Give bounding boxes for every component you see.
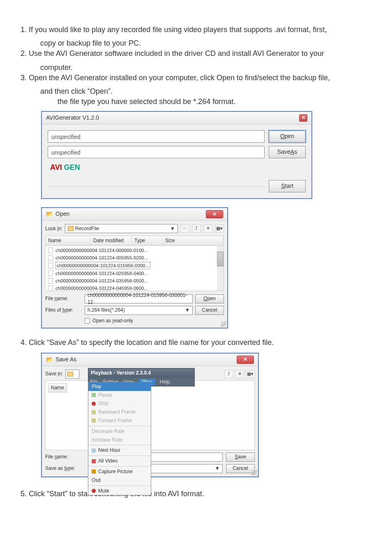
saveas-dialog-icon: 📂	[46, 356, 53, 364]
save-button[interactable]: Save	[226, 453, 255, 462]
dropdown-item-backframe: Backward Frame	[88, 408, 151, 416]
capture-icon	[92, 469, 96, 474]
open-dialog: 📂 Open ✕ Look in: RecordFile ▼ ← ⤴ ✳ ▦▾ …	[41, 207, 228, 328]
avigenerator-window: AVIGenerator V1.2.0 ✕ unspecified Open u…	[41, 111, 312, 199]
start-button[interactable]: Start	[269, 180, 306, 192]
open-dialog-titlebar: 📂 Open ✕	[42, 208, 227, 221]
filename-label: File name:	[45, 295, 82, 302]
resize-grip[interactable]	[221, 321, 226, 327]
file-icon	[48, 263, 53, 268]
dropdown-item-pause: Pause	[88, 391, 151, 400]
saveas-dialog-title: Save As	[55, 356, 76, 364]
pause-icon	[92, 393, 96, 397]
savein-label: Save in:	[45, 370, 63, 377]
cancel-button[interactable]: Cancel	[195, 306, 224, 315]
open-dialog-title: Open	[55, 210, 69, 218]
avigenerator-title: AVIGenerator V1.2.0	[46, 114, 99, 122]
instruction-step3c: the file type you have selected should b…	[58, 97, 371, 107]
cancel-button[interactable]: Cancel	[226, 464, 255, 473]
dropdown-item-allvideo[interactable]: All Video	[88, 457, 151, 465]
open-dialog-icon: 📂	[46, 210, 53, 218]
open-button[interactable]: Open	[195, 294, 224, 303]
close-icon[interactable]: ✕	[299, 114, 307, 122]
readonly-checkbox-row[interactable]: Open as read-only	[85, 317, 193, 324]
views-icon[interactable]: ▦▾	[246, 370, 255, 378]
instruction-step1: 1. If you would like to play any recorde…	[21, 25, 371, 35]
lookin-label: Look in:	[45, 225, 62, 232]
up-icon[interactable]: ⤴	[192, 224, 201, 233]
instruction-step1b: copy or backup file to your PC.	[40, 38, 371, 49]
instruction-step2: 2. Use the AVI Generator software includ…	[21, 49, 371, 59]
instruction-step2b: computer.	[40, 62, 371, 73]
savein-select[interactable]	[65, 370, 79, 379]
filetype-select[interactable]: h.264 files(*.264)▼	[85, 306, 193, 315]
instruction-step5: 5. Click “Start” to start converting the…	[21, 489, 371, 499]
forward-frame-icon	[92, 419, 96, 423]
dropdown-item-fwdframe: Forward Frame	[88, 416, 151, 425]
saveas-button[interactable]: Save As	[269, 146, 306, 158]
stop-icon	[92, 402, 96, 406]
dropdown-item-stop: Stop	[88, 399, 151, 408]
nexthour-icon	[92, 449, 96, 453]
checkbox[interactable]	[85, 318, 90, 324]
playback-title: Playback - Version 2.3.0.4	[88, 368, 194, 378]
file-icon	[48, 255, 53, 261]
play-dropdown: Play Pause Stop Backward Frame Forward F…	[88, 382, 151, 496]
instruction-step3b: and then click “Open”.	[40, 86, 371, 97]
dropdown-item-capture[interactable]: Capture Picture	[88, 467, 151, 476]
scrollbar-thumb[interactable]	[217, 252, 224, 266]
readonly-label: Open as read-only	[92, 317, 133, 324]
filetype-label: Files of type:	[45, 307, 82, 314]
file-row[interactable]: ch00000000000004-101224-025958-0400...	[46, 270, 223, 277]
up-icon[interactable]: ⤴	[224, 370, 233, 378]
avigenerator-titlebar: AVIGenerator V1.2.0 ✕	[42, 112, 311, 125]
newfolder-icon[interactable]: ✳	[235, 370, 244, 378]
close-icon[interactable]: ✕	[206, 210, 223, 218]
file-row[interactable]: ch00000000000004-101224-035958-0500...	[46, 277, 223, 284]
menu-help[interactable]: Help	[160, 379, 170, 386]
col-type[interactable]: Type	[132, 236, 163, 245]
instruction-step4: 4. Click “Save As” to specify the locati…	[21, 338, 371, 348]
views-icon[interactable]: ▦▾	[215, 224, 224, 233]
file-icon	[48, 271, 53, 276]
file-row[interactable]: ch00000000000004-101224-000000-0100...	[46, 247, 223, 254]
back-icon[interactable]: ←	[180, 224, 189, 233]
file-row[interactable]: ch00000000000004-101224-045959-0600...	[46, 284, 223, 291]
file-icon	[48, 247, 53, 253]
file-row[interactable]: ch00000000000004-101224-005955-0200...	[46, 254, 223, 261]
lookin-select[interactable]: RecordFile ▼	[65, 224, 178, 233]
dropdown-item-play[interactable]: Play	[88, 382, 151, 391]
saveas-titlebar: 📂 Save As ✕	[42, 354, 258, 366]
folder-icon	[67, 372, 73, 377]
file-icon	[48, 285, 53, 291]
col-name[interactable]: Name	[46, 236, 91, 245]
file-icon	[48, 278, 53, 284]
dropdown-item-nexthour[interactable]: Next Hour	[88, 446, 151, 455]
dropdown-item-mute[interactable]: Mute	[88, 487, 151, 495]
dropdown-item-osd[interactable]: Osd	[88, 476, 151, 485]
avi-input-dest[interactable]: unspecified	[48, 146, 265, 158]
saveas-dialog: 📂 Save As ✕ Save in: ⤴ ✳ ▦▾ Playback - V…	[41, 353, 259, 477]
folder-icon	[68, 226, 74, 231]
lookin-value: RecordFile	[75, 225, 99, 232]
avi-gen-brand: AVI GEN	[50, 162, 306, 173]
col-date[interactable]: Date modified	[91, 236, 132, 245]
back-frame-icon	[92, 410, 96, 414]
close-icon[interactable]: ✕	[237, 356, 254, 364]
avi-input-source[interactable]: unspecified	[48, 130, 265, 143]
col-size[interactable]: Size	[163, 236, 224, 245]
newfolder-icon[interactable]: ✳	[203, 224, 212, 233]
file-list[interactable]: ch00000000000004-101224-000000-0100... c…	[45, 246, 224, 291]
dropdown-item-incrate: Increase Rate	[88, 436, 151, 444]
file-list-header: Name Date modified Type Size	[45, 236, 224, 246]
open-button[interactable]: Open	[269, 130, 306, 143]
file-row[interactable]: ch00000000000004-101224-015956-0300...	[46, 261, 223, 270]
allvideo-icon	[92, 459, 96, 463]
resize-grip[interactable]	[251, 470, 257, 476]
col-name[interactable]: Name	[48, 383, 67, 393]
instruction-step3: 3. Open the AVI Generator installed on y…	[21, 73, 371, 83]
filename-input[interactable]: ch00000000000004-101224-015956-030001-12	[85, 294, 193, 303]
mute-icon	[92, 489, 96, 493]
dropdown-item-decrate: Decrease Rate	[88, 427, 151, 436]
filename-label: File name:	[45, 453, 86, 460]
